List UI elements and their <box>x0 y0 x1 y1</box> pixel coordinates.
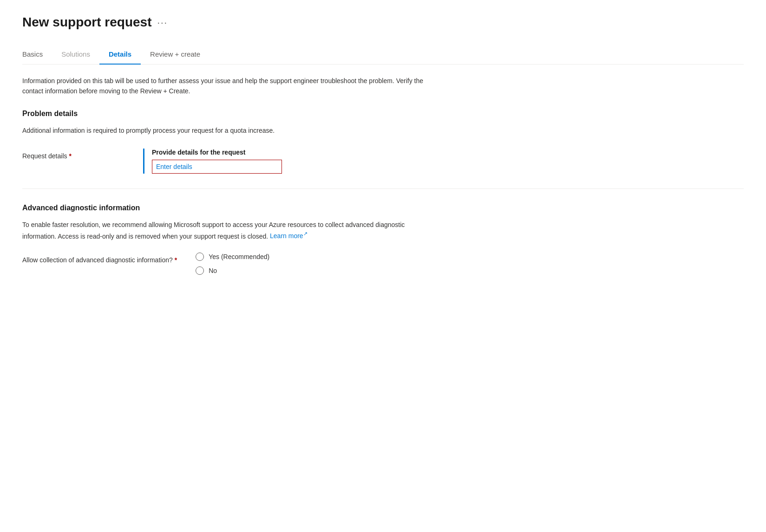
tab-basics[interactable]: Basics <box>22 45 52 65</box>
problem-details-title: Problem details <box>22 110 744 118</box>
allow-diagnostic-label: Allow collection of advanced diagnostic … <box>22 253 177 264</box>
tab-solutions[interactable]: Solutions <box>52 45 99 65</box>
tab-description: Information provided on this tab will be… <box>22 76 440 97</box>
request-details-input[interactable] <box>152 160 282 174</box>
more-options-button[interactable]: ··· <box>157 17 168 28</box>
radio-option-yes[interactable]: Yes (Recommended) <box>196 253 474 261</box>
request-details-label: Request details * <box>22 149 124 160</box>
tabs-navigation: Basics Solutions Details Review + create <box>22 45 744 65</box>
radio-no-label: No <box>209 267 217 274</box>
problem-details-description: Additional information is required to pr… <box>22 125 440 136</box>
external-link-icon: ↗ <box>303 231 308 237</box>
allow-required-marker: * <box>175 256 177 264</box>
learn-more-link[interactable]: Learn more↗ <box>270 232 308 240</box>
request-details-row: Request details * Provide details for th… <box>22 149 744 174</box>
advanced-diagnostic-section: Advanced diagnostic information To enabl… <box>22 204 744 274</box>
radio-yes-circle[interactable] <box>196 253 204 261</box>
page-title: New support request <box>22 15 151 30</box>
field-panel: Provide details for the request <box>143 149 422 174</box>
advanced-diagnostic-description: To enable faster resolution, we recommen… <box>22 220 440 241</box>
advanced-diagnostic-title: Advanced diagnostic information <box>22 204 744 212</box>
radio-yes-label: Yes (Recommended) <box>209 253 269 260</box>
tab-review-create[interactable]: Review + create <box>141 45 210 65</box>
radio-no-circle[interactable] <box>196 266 204 275</box>
section-divider <box>22 188 744 189</box>
radio-option-no[interactable]: No <box>196 266 474 275</box>
allow-diagnostic-row: Allow collection of advanced diagnostic … <box>22 253 744 275</box>
allow-diagnostic-field-container: Yes (Recommended) No <box>196 253 474 275</box>
field-panel-title: Provide details for the request <box>152 149 422 156</box>
request-details-field-container: Provide details for the request <box>143 149 422 174</box>
page-header: New support request ··· <box>22 15 744 30</box>
required-marker: * <box>69 152 72 160</box>
radio-group: Yes (Recommended) No <box>196 253 474 275</box>
tab-details[interactable]: Details <box>99 45 141 65</box>
problem-details-section: Problem details Additional information i… <box>22 110 744 174</box>
